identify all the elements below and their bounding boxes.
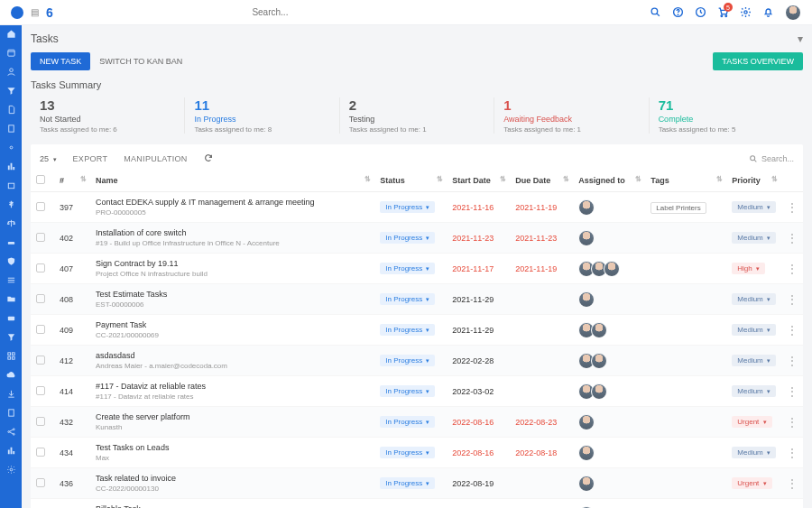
assignee-avatars[interactable] (578, 230, 640, 246)
table-row[interactable]: 436Task related to invoiceCC-2022/000001… (31, 468, 803, 499)
avatar[interactable] (604, 261, 620, 277)
calendar-icon[interactable] (6, 48, 16, 58)
col-due[interactable]: Due Date⇅ (510, 170, 573, 192)
assignee-avatars[interactable] (578, 414, 640, 430)
priority-pill[interactable]: Medium ▾ (732, 201, 776, 213)
status-pill[interactable]: In Progress ▾ (380, 293, 435, 305)
priority-pill[interactable]: Medium ▾ (732, 324, 776, 336)
task-title[interactable]: #117 - Dataviz at reliable rates (96, 382, 369, 391)
summary-card[interactable]: 71CompleteTasks assigned to me: 5 (650, 97, 803, 134)
avatar[interactable] (591, 353, 607, 369)
clipboard-icon[interactable] (6, 408, 16, 418)
search-input[interactable] (252, 7, 450, 17)
history-icon[interactable] (695, 6, 706, 18)
app-logo[interactable]: ▤ 6 (11, 5, 53, 20)
page-size-select[interactable]: 25 ▾ (40, 154, 57, 163)
table-row[interactable]: 402Installation of core switch#19 - Buil… (31, 223, 803, 254)
task-title[interactable]: Test Tasks on Leads (96, 443, 369, 452)
row-checkbox[interactable] (36, 448, 45, 457)
new-task-button[interactable]: NEW TASK (31, 52, 90, 70)
filter-toggle-icon[interactable]: ▾ (798, 32, 803, 45)
cog-icon[interactable] (6, 465, 16, 475)
reload-icon[interactable] (204, 153, 213, 164)
status-pill[interactable]: In Progress ▾ (380, 477, 435, 489)
scale-icon[interactable] (6, 218, 16, 228)
row-checkbox[interactable] (36, 356, 45, 365)
status-pill[interactable]: In Progress ▾ (380, 232, 435, 244)
hamburger-icon[interactable]: ▤ (31, 7, 39, 17)
table-row[interactable]: 437Billable TaskServices (PS)In Progress… (31, 499, 803, 509)
row-menu-icon[interactable]: ⋮ (781, 284, 803, 315)
status-pill[interactable]: In Progress ▾ (380, 385, 435, 397)
assignee-avatars[interactable] (578, 199, 640, 216)
row-checkbox[interactable] (36, 294, 45, 303)
search-icon[interactable] (650, 6, 661, 18)
assignee-avatars[interactable] (578, 476, 640, 492)
priority-pill[interactable]: Medium ▾ (732, 385, 776, 397)
summary-card[interactable]: 1Awaiting FeedbackTasks assigned to me: … (494, 97, 649, 134)
assignee-avatars[interactable] (578, 383, 640, 400)
task-title[interactable]: asdasdasd (96, 351, 369, 360)
row-checkbox[interactable] (36, 202, 45, 211)
tag-chip[interactable]: Label Printers (651, 202, 706, 214)
avatar[interactable] (591, 383, 607, 400)
table-row[interactable]: 407Sign Contract by 19.11Project Office … (31, 254, 803, 284)
avatar[interactable] (578, 199, 595, 216)
export-button[interactable]: EXPORT (73, 154, 108, 163)
task-title[interactable]: Payment Task (96, 320, 369, 329)
row-menu-icon[interactable]: ⋮ (781, 438, 803, 468)
task-title[interactable]: Create the server platform (96, 412, 369, 421)
row-checkbox[interactable] (36, 417, 45, 426)
status-pill[interactable]: In Progress ▾ (380, 416, 435, 428)
col-status[interactable]: Status⇅ (374, 170, 447, 192)
row-checkbox[interactable] (36, 478, 45, 487)
folder-icon[interactable] (6, 294, 16, 304)
task-title[interactable]: Task related to invoice (96, 474, 369, 483)
user-avatar[interactable] (785, 5, 801, 21)
avatar[interactable] (591, 322, 607, 338)
bell-icon[interactable] (762, 6, 774, 18)
row-menu-icon[interactable]: ⋮ (781, 223, 803, 254)
cart-icon[interactable]: 5 (717, 6, 729, 18)
grid-icon[interactable] (6, 351, 16, 361)
assignee-avatars[interactable] (578, 291, 640, 308)
avatar[interactable] (578, 476, 595, 492)
table-search[interactable]: Search... (749, 154, 794, 163)
dollar-icon[interactable] (6, 199, 16, 209)
row-menu-icon[interactable]: ⋮ (781, 407, 803, 438)
cloud-icon[interactable] (6, 370, 16, 380)
list-icon[interactable] (6, 275, 16, 285)
status-pill[interactable]: In Progress ▾ (380, 355, 435, 366)
col-priority[interactable]: Priority⇅ (726, 170, 781, 192)
status-pill[interactable]: In Progress ▾ (380, 447, 435, 458)
camera-icon[interactable] (6, 313, 16, 323)
col-id[interactable]: #⇅ (54, 170, 90, 192)
tasks-overview-button[interactable]: TASKS OVERVIEW (713, 52, 803, 70)
row-checkbox[interactable] (36, 325, 45, 334)
funnel-icon[interactable] (6, 332, 16, 342)
row-checkbox[interactable] (36, 386, 45, 395)
bar-icon[interactable] (6, 446, 16, 456)
priority-pill[interactable]: Medium ▾ (732, 293, 776, 305)
settings-gear-icon[interactable] (740, 6, 752, 18)
avatar[interactable] (578, 230, 595, 246)
task-title[interactable]: Billable Task (96, 504, 369, 508)
task-title[interactable]: Installation of core switch (96, 228, 369, 237)
assignee-avatars[interactable] (578, 261, 640, 277)
table-row[interactable]: 412asdasdasdAndreas Maier - a.maier@code… (31, 346, 803, 376)
file-icon[interactable] (6, 105, 16, 115)
chart-icon[interactable] (6, 162, 16, 171)
assignee-avatars[interactable] (578, 353, 640, 369)
status-pill[interactable]: In Progress ▾ (380, 263, 435, 274)
building-icon[interactable] (6, 124, 16, 134)
help-icon[interactable] (672, 6, 684, 18)
col-name[interactable]: Name⇅ (90, 170, 374, 192)
table-row[interactable]: 434Test Tasks on LeadsMaxIn Progress ▾20… (31, 438, 803, 468)
avatar[interactable] (578, 291, 595, 308)
row-menu-icon[interactable]: ⋮ (781, 346, 803, 376)
priority-pill[interactable]: Medium ▾ (732, 447, 776, 458)
table-row[interactable]: 414#117 - Dataviz at reliable rates#117 … (31, 376, 803, 407)
col-start[interactable]: Start Date⇅ (447, 170, 510, 192)
share-icon[interactable] (6, 427, 16, 437)
priority-pill[interactable]: High ▾ (732, 263, 765, 274)
